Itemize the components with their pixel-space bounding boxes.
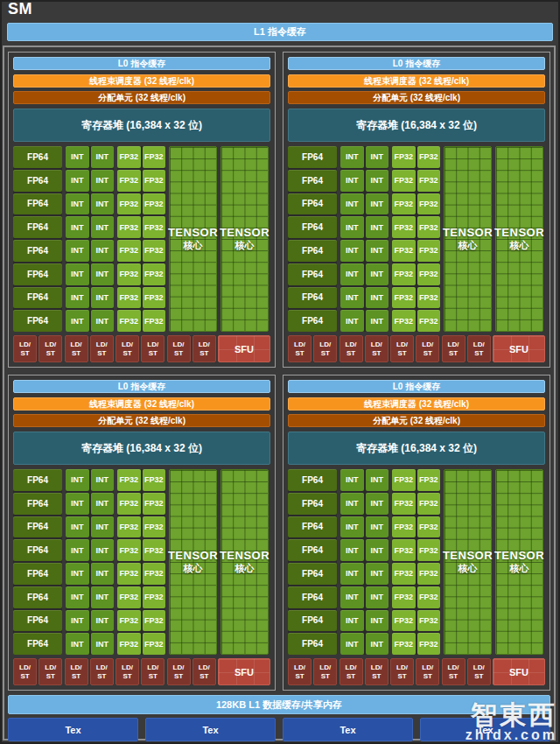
fp32-core-cell: FP32 (143, 216, 166, 238)
int-core-cell: INT (340, 586, 364, 608)
tensor-core-block: TENSOR 核心 (220, 469, 269, 655)
l0-instruction-cache-bar: L0 指令缓存 (13, 57, 270, 70)
fp64-core-cell: FP64 (288, 539, 337, 561)
fp32-core-group: FP32FP32FP32FP32FP32FP32FP32FP32FP32FP32… (392, 469, 440, 655)
int-core-cell: INT (340, 539, 364, 561)
ldst-unit: LD/ST (13, 658, 37, 685)
dispatch-unit-bar: 分配单元 (32 线程/clk) (288, 414, 545, 427)
int-core-cell: INT (366, 563, 389, 585)
sm-title: SM (8, 0, 32, 18)
ldst-unit: LD/ST (313, 335, 337, 362)
int-core-cell: INT (66, 193, 89, 215)
ldst-unit: LD/ST (288, 658, 312, 685)
fp64-core-cell: FP64 (288, 263, 337, 285)
tex-unit: Tex (283, 718, 413, 741)
tensor-core-block: TENSOR 核心 (495, 146, 543, 332)
fp64-core-cell: FP64 (288, 240, 337, 262)
fp32-core-cell: FP32 (117, 146, 141, 168)
fp64-core-cell: FP64 (288, 146, 337, 168)
dispatch-unit-bar: 分配单元 (32 线程/clk) (13, 414, 270, 427)
int-core-cell: INT (366, 263, 389, 285)
ldst-unit: LD/ST (390, 658, 414, 685)
ldst-unit: LD/ST (416, 335, 439, 362)
fp32-core-cell: FP32 (117, 493, 141, 515)
fp32-core-cell: FP32 (392, 516, 416, 538)
int-core-cell: INT (91, 287, 115, 309)
ldst-unit: LD/ST (13, 335, 37, 362)
int-core-cell: INT (340, 516, 364, 538)
int-core-cell: INT (91, 516, 115, 538)
fp32-core-cell: FP32 (417, 516, 441, 538)
tensor-core-block: TENSOR 核心 (220, 146, 269, 332)
ldst-unit: LD/ST (467, 335, 491, 362)
l0-instruction-cache-bar: L0 指令缓存 (288, 57, 545, 70)
tensor-core-block: TENSOR 核心 (444, 146, 492, 332)
tensor-core-label: TENSOR 核心 (496, 147, 542, 331)
ldst-unit: LD/ST (38, 335, 62, 362)
int-core-cell: INT (340, 170, 364, 192)
int-core-cell: INT (91, 240, 115, 262)
int-core-cell: INT (340, 469, 364, 491)
fp64-core-cell: FP64 (13, 193, 62, 215)
int-core-cell: INT (366, 539, 389, 561)
fp64-core-cell: FP64 (288, 493, 337, 515)
fp64-core-column: FP64FP64FP64FP64FP64FP64FP64FP64 (288, 146, 337, 332)
int-core-cell: INT (66, 146, 89, 168)
fp32-core-cell: FP32 (143, 493, 166, 515)
int-core-cell: INT (366, 170, 389, 192)
fp64-core-column: FP64FP64FP64FP64FP64FP64FP64FP64 (13, 469, 62, 655)
core-grid: FP64FP64FP64FP64FP64FP64FP64FP64 INTINTI… (13, 146, 270, 332)
int-core-cell: INT (366, 193, 389, 215)
fp64-core-cell: FP64 (288, 193, 337, 215)
tensor-core-label: TENSOR 核心 (444, 147, 491, 331)
int-core-cell: INT (66, 263, 89, 285)
fp64-core-cell: FP64 (13, 493, 62, 515)
int-core-cell: INT (66, 493, 89, 515)
sfu-unit: SFU (493, 658, 545, 685)
int-core-cell: INT (66, 633, 89, 655)
core-grid: FP64FP64FP64FP64FP64FP64FP64FP64 INTINTI… (288, 146, 545, 332)
fp64-core-cell: FP64 (288, 216, 337, 238)
ldst-unit: LD/ST (442, 658, 466, 685)
int-core-cell: INT (91, 170, 115, 192)
fp32-core-cell: FP32 (392, 146, 416, 168)
fp64-core-cell: FP64 (13, 516, 62, 538)
tex-unit: Tex (8, 718, 138, 741)
fp32-core-cell: FP32 (417, 146, 441, 168)
ldst-unit: LD/ST (467, 658, 491, 685)
tex-unit: Tex (145, 718, 276, 741)
fp32-core-cell: FP32 (392, 287, 416, 309)
fp32-core-group: FP32FP32FP32FP32FP32FP32FP32FP32FP32FP32… (117, 146, 165, 332)
fp64-core-cell: FP64 (13, 170, 62, 192)
fp32-core-cell: FP32 (392, 310, 416, 332)
fp32-core-cell: FP32 (117, 633, 141, 655)
fp64-core-cell: FP64 (13, 633, 62, 655)
fp32-core-cell: FP32 (117, 516, 141, 538)
ldst-row: LD/STLD/STLD/STLD/STLD/STLD/STLD/STLD/ST… (13, 335, 270, 362)
int-core-cell: INT (91, 610, 115, 632)
dispatch-unit-bar: 分配单元 (32 线程/clk) (13, 91, 270, 104)
int-core-cell: INT (91, 193, 115, 215)
fp32-core-group: FP32FP32FP32FP32FP32FP32FP32FP32FP32FP32… (392, 146, 440, 332)
processing-block: L0 指令缓存 线程束调度器 (32 线程/clk) 分配单元 (32 线程/c… (283, 375, 550, 691)
fp32-core-cell: FP32 (143, 610, 166, 632)
int-core-cell: INT (366, 240, 389, 262)
fp32-core-cell: FP32 (143, 170, 166, 192)
ldst-unit: LD/ST (65, 658, 88, 685)
tensor-core-label: TENSOR 核心 (221, 147, 268, 331)
int-core-cell: INT (340, 216, 364, 238)
ldst-row: LD/STLD/STLD/STLD/STLD/STLD/STLD/STLD/ST… (13, 658, 270, 685)
fp32-core-cell: FP32 (392, 170, 416, 192)
fp32-core-cell: FP32 (143, 539, 166, 561)
l0-instruction-cache-bar: L0 指令缓存 (288, 380, 545, 393)
int-core-cell: INT (366, 516, 389, 538)
fp32-core-cell: FP32 (117, 240, 141, 262)
fp64-core-cell: FP64 (288, 586, 337, 608)
int-core-cell: INT (66, 310, 89, 332)
int-core-cell: INT (366, 146, 389, 168)
fp32-core-cell: FP32 (143, 146, 166, 168)
fp32-core-cell: FP32 (117, 287, 141, 309)
ldst-unit: LD/ST (116, 658, 139, 685)
int-core-cell: INT (340, 610, 364, 632)
tensor-core-block: TENSOR 核心 (495, 469, 543, 655)
